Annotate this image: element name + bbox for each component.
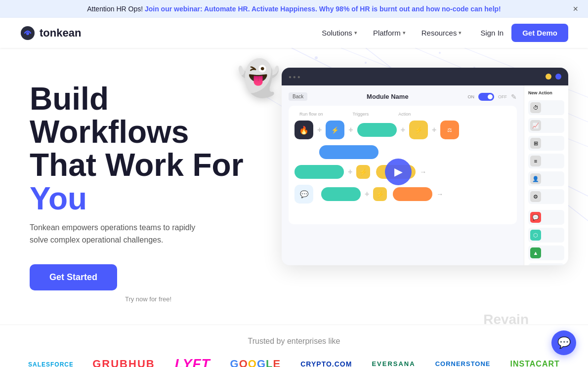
connector-6: → <box>420 168 426 176</box>
slack-icon: 💬 <box>530 212 541 223</box>
ghost-mascot: 👻 <box>237 58 280 98</box>
hero-subtitle: Tonkean empowers operations teams to rap… <box>30 221 198 246</box>
logo-link[interactable]: tonkean <box>20 25 81 41</box>
navigation: tonkean Solutions ▾ Platform ▾ Resources… <box>0 18 588 48</box>
banner-close-button[interactable]: × <box>573 4 578 14</box>
action-icon-grid: ⊞ <box>530 138 541 149</box>
connector-2: + <box>348 125 353 134</box>
screenshot-toolbar: Back Module Name ON OFF ✎ <box>289 92 517 101</box>
solutions-chevron-icon: ▾ <box>354 30 357 36</box>
connector-7: + <box>365 190 369 199</box>
sidebar-action-5: 👤 <box>528 171 564 186</box>
new-action-header: New Action <box>528 90 564 95</box>
banner-link[interactable]: Join our webinar: Automate HR. Activate … <box>145 5 501 13</box>
try-free-label: Try now for free! <box>30 295 267 303</box>
svg-point-1 <box>26 32 29 35</box>
salesforce-svg: salesforce <box>28 356 73 367</box>
sidebar-action-1: ⏱ <box>528 100 564 115</box>
sidebar-action-4: ≡ <box>528 154 564 168</box>
flow-node-yellow: ⚡ <box>409 121 428 139</box>
connector-8: → <box>436 190 443 198</box>
action-icon-chart: 📈 <box>530 120 541 131</box>
titlebar-dots-decorative: ● ● ● <box>289 74 300 80</box>
sidebar-action-2: 📈 <box>528 118 564 133</box>
titlebar-dot-yellow <box>546 74 551 80</box>
sidebar-action-6: ⚙ <box>528 189 564 204</box>
col-run-flow-on: Run flow on <box>299 112 323 117</box>
integration-green-icon: ⬡ <box>530 230 541 241</box>
module-name-label: Module Name <box>311 93 463 100</box>
nav-resources-label: Resources <box>421 29 457 37</box>
tonkean-logo-icon <box>20 25 36 41</box>
sidebar-integration-gdrive: ▲ <box>528 245 564 260</box>
logo-salesforce: salesforce <box>28 356 73 367</box>
flow-row-2 <box>294 145 511 159</box>
sidebar-integration-blue: Z <box>528 263 564 265</box>
svg-text:salesforce: salesforce <box>28 361 73 367</box>
flow-bottom-teal <box>321 187 361 201</box>
action-icon-1: ⏱ <box>530 102 541 113</box>
product-screenshot: ● ● ● Back Module Name ON OFF ✎ <box>282 68 568 265</box>
logo-instacart: instacart <box>510 360 560 367</box>
screenshot-actions-sidebar: New Action ⏱ 📈 ⊞ ≡ 👤 <box>524 85 568 265</box>
titlebar-dot-blue <box>555 74 561 80</box>
sidebar-action-3: ⊞ <box>528 136 564 151</box>
col-action: Action <box>398 112 411 117</box>
flow-node-blue: ⚡ <box>326 121 344 139</box>
announcement-banner: Attention HR Ops! Join our webinar: Auto… <box>0 0 588 18</box>
sidebar-integration-slack: 💬 <box>528 210 564 225</box>
trusted-label: Trusted by enterprises like <box>20 337 568 346</box>
nav-platform-label: Platform <box>373 29 401 37</box>
flow-node-yellow-2: ⚡ <box>356 165 370 179</box>
logo-crypto: crypto.com <box>300 360 352 367</box>
flow-row-1: 🔥 + ⚡ + + ⚡ + ⚖ <box>294 121 511 139</box>
flow-row-3: + ⚡ → ▶ <box>294 165 511 179</box>
connector-1: + <box>317 125 322 134</box>
flow-row-4: 💬 + ⚡ → <box>294 185 511 204</box>
resources-chevron-icon: ▾ <box>459 30 462 36</box>
nav-platform[interactable]: Platform ▾ <box>366 25 413 41</box>
hero-title-line2: That Work For <box>30 147 244 183</box>
hero-content-right: 👻 ● ● ● Back Module Name ON OFF <box>267 73 568 265</box>
screenshot-titlebar: ● ● ● <box>282 68 568 85</box>
flow-bottom-yellow: ⚡ <box>373 187 387 201</box>
platform-chevron-icon: ▾ <box>403 30 406 36</box>
flow-column-headers: Run flow on Triggers Action <box>294 112 511 117</box>
hero-section: Build Workflows That Work For You Tonkea… <box>0 48 588 325</box>
connector-3: + <box>401 125 405 134</box>
flow-node-chat: 💬 <box>294 185 313 204</box>
flow-node-orange: ⚖ <box>440 121 459 139</box>
sign-in-button[interactable]: Sign In <box>480 29 504 37</box>
flow-bottom-orange <box>393 187 432 201</box>
hero-title: Build Workflows That Work For You <box>30 82 267 215</box>
hero-title-line1: Build Workflows <box>30 81 189 150</box>
action-icon-person: 👤 <box>530 173 541 184</box>
edit-icon: ✎ <box>511 93 517 101</box>
col-triggers: Triggers <box>353 112 369 117</box>
connector-5: + <box>348 167 352 176</box>
get-demo-button[interactable]: Get Demo <box>511 24 568 42</box>
chat-support-button[interactable]: 💬 <box>551 330 576 355</box>
flow-action-teal <box>294 165 344 179</box>
screenshot-main-area: Back Module Name ON OFF ✎ Run flow on Tr… <box>282 85 524 265</box>
screenshot-body: Back Module Name ON OFF ✎ Run flow on Tr… <box>282 85 568 265</box>
logo-lyft: lyft <box>175 356 210 367</box>
flow-node-wide-teal <box>357 123 397 137</box>
banner-text-prefix: Attention HR Ops! <box>87 5 143 13</box>
logo-eversana: EVERSANA <box>372 360 415 367</box>
get-started-button[interactable]: Get Started <box>30 264 117 290</box>
nav-solutions[interactable]: Solutions ▾ <box>315 25 364 41</box>
back-button: Back <box>289 92 307 101</box>
flow-canvas: Run flow on Triggers Action 🔥 + ⚡ + + <box>289 106 517 224</box>
toggle-switch <box>478 93 494 101</box>
gdrive-icon: ▲ <box>530 247 541 258</box>
off-label: OFF <box>498 94 507 99</box>
play-button[interactable]: ▶ <box>385 159 412 185</box>
svg-point-12 <box>365 62 367 64</box>
action-icon-settings: ⚙ <box>530 191 541 202</box>
trusted-logos-row: salesforce GRUBHUB lyft Google crypto.co… <box>20 356 568 367</box>
flow-node-tonkean: 🔥 <box>294 121 313 139</box>
nav-resources[interactable]: Resources ▾ <box>415 25 469 41</box>
nav-links: Solutions ▾ Platform ▾ Resources ▾ <box>315 25 468 41</box>
hero-title-highlight: You <box>30 181 87 216</box>
